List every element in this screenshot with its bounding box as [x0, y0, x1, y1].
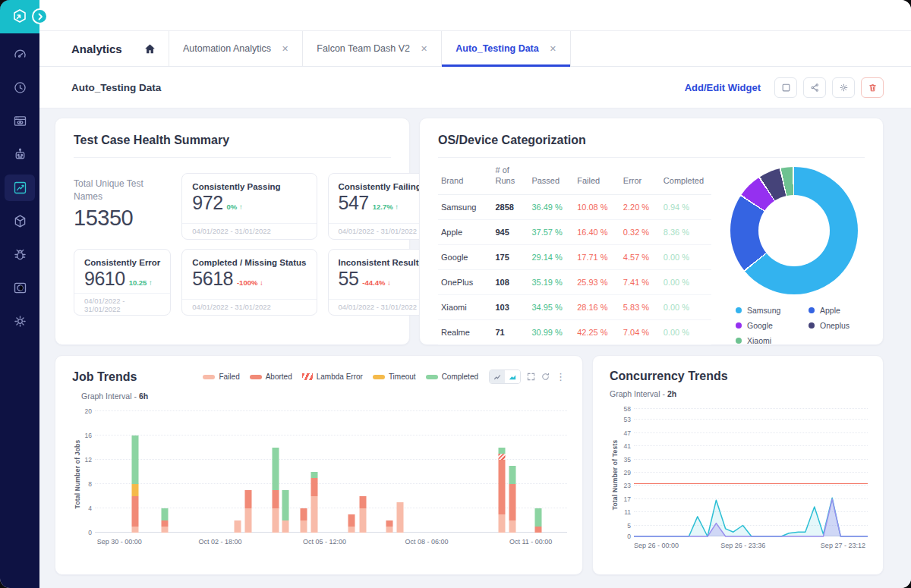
metric-card: Completed / Missing Status5618-100% ↓04/… [181, 249, 317, 316]
graph-interval: Graph Interval - 2h [610, 389, 866, 398]
bar-segment-failed [272, 508, 279, 533]
expand-button[interactable] [527, 373, 535, 381]
bar-segment-completed [311, 472, 318, 478]
tabbar-spacer [571, 31, 911, 66]
legend-item-failed[interactable]: Failed [203, 373, 239, 381]
close-icon[interactable]: ✕ [282, 44, 288, 54]
legend-dot [736, 322, 742, 329]
x-axis-labels: Sep 30 - 00:00Oct 02 - 18:00Oct 05 - 12:… [95, 536, 566, 549]
job-bar [509, 466, 516, 533]
divider [438, 157, 865, 158]
tab-label: Automation Analytics [183, 43, 271, 54]
chart-type-toggle [489, 369, 521, 384]
tab-falcon-team-dash[interactable]: Falcon Team Dash V2 ✕ [302, 31, 441, 66]
legend-item-samsung[interactable]: Samsung [736, 306, 809, 315]
bar-segment-completed [131, 435, 138, 484]
page-title: Analytics [71, 42, 122, 55]
bar-segment-aborted [300, 508, 307, 520]
kebab-menu-button[interactable]: ⋮ [556, 371, 566, 382]
tab-auto-testing-data[interactable]: Auto_Testing Data ✕ [441, 31, 571, 66]
lambdatest-logo-icon [11, 8, 29, 26]
gridline [95, 410, 567, 411]
bar-segment-completed [535, 508, 542, 527]
bar-segment-aborted [499, 460, 506, 514]
metric-delta: 0% ↑ [227, 203, 243, 211]
y-tick: 53 [611, 416, 631, 423]
add-edit-widget-link[interactable]: Add/Edit Widget [685, 82, 761, 93]
refresh-button[interactable] [541, 373, 550, 381]
sidebar-item-automation-robot[interactable] [5, 141, 35, 168]
job-bar [359, 496, 366, 533]
app-window: Analytics Automation Analytics ✕ Falcon … [0, 0, 911, 588]
bar-segment-failed [397, 502, 404, 533]
metric-delta: -100% ↓ [237, 278, 263, 287]
sidebar-item-bug-testing[interactable] [5, 241, 35, 268]
sidebar-item-history[interactable] [5, 74, 35, 101]
metric-label: Consistently Failing [329, 174, 433, 191]
layout-button[interactable] [774, 77, 797, 98]
legend-item-google[interactable]: Google [736, 321, 809, 330]
y-tick: 0 [74, 529, 92, 536]
job-bar [300, 508, 307, 533]
job-bar [311, 472, 318, 533]
refresh-icon [541, 373, 550, 381]
home-icon[interactable] [143, 42, 156, 55]
donut-legend: SamsungAppleGoogleOneplusXiaomi [723, 306, 865, 345]
y-tick: 47 [611, 429, 631, 437]
bar-segment-aborted [359, 496, 366, 508]
donut-column: SamsungAppleGoogleOneplusXiaomi [723, 159, 865, 345]
legend-item-apple[interactable]: Apple [809, 306, 865, 315]
legend-item-xiaomi[interactable]: Xiaomi [736, 336, 809, 345]
os-device-donut-chart [730, 167, 858, 294]
tab-automation-analytics[interactable]: Automation Analytics ✕ [169, 31, 302, 66]
legend-item-lambda[interactable]: Lambda Error [302, 373, 363, 381]
sidebar-item-packages[interactable] [5, 208, 35, 234]
legend-item-oneplus[interactable]: Oneplus [809, 321, 865, 330]
y-tick: 41 [611, 442, 631, 450]
bar-segment-failed [311, 496, 318, 533]
close-icon[interactable]: ✕ [421, 44, 427, 54]
browser-eye-icon [12, 113, 28, 129]
y-axis-label: Total Number of Jobs [74, 440, 81, 509]
metric-date-range: 04/01/2022 - 31/01/2022 [329, 299, 433, 315]
tab-bar: Analytics Automation Analytics ✕ Falcon … [39, 30, 911, 67]
x-tick: Oct 11 - 00:00 [509, 538, 552, 546]
bar-segment-failed [162, 527, 169, 533]
bar-segment-completed [162, 508, 169, 520]
table-header: Brand [438, 159, 493, 194]
line-chart-toggle[interactable] [490, 370, 505, 383]
gear-icon [839, 83, 849, 93]
sidebar-expand-button[interactable] [32, 8, 48, 24]
legend-swatch [426, 375, 438, 379]
bar-segment-aborted [311, 478, 318, 496]
x-tick: Sep 30 - 00:00 [97, 538, 142, 546]
y-tick: 0 [611, 533, 631, 540]
job-bar [131, 435, 138, 533]
widget-test-case-health-summary: Test Case Health Summary Total Unique Te… [55, 118, 410, 345]
bar-segment-timeout [131, 484, 138, 496]
sidebar-item-browser-testing[interactable] [5, 108, 35, 134]
metric-value: 55 [339, 268, 359, 290]
area-chart-toggle[interactable] [505, 370, 520, 383]
sidebar-item-analytics[interactable] [5, 175, 35, 201]
bar-segment-aborted [162, 520, 169, 527]
dashboard-title: Auto_Testing Data [71, 82, 161, 93]
legend-item-aborted[interactable]: Aborted [250, 373, 292, 381]
chart-tools: ⋮ [489, 369, 566, 384]
sidebar-item-split-view[interactable] [5, 275, 35, 301]
legend-item-completed[interactable]: Completed [426, 373, 478, 381]
bar-segment-lambda [499, 454, 506, 460]
settings-gear-icon [12, 313, 28, 329]
sidebar-item-settings[interactable] [5, 308, 35, 335]
tab-label: Falcon Team Dash V2 [317, 43, 410, 54]
delete-button[interactable] [861, 77, 884, 98]
x-tick: Sep 26 - 00:00 [634, 542, 679, 549]
legend-item-timeout[interactable]: Timeout [373, 373, 416, 381]
metric-card: Consistently Failing54712.7% ↑04/01/2022… [328, 173, 434, 240]
widget-title: OS/Device Categorization [438, 134, 865, 147]
sidebar-item-dashboard[interactable] [5, 41, 35, 68]
y-tick: 11 [611, 508, 631, 516]
share-button[interactable] [803, 77, 826, 98]
close-icon[interactable]: ✕ [550, 44, 556, 54]
settings-button[interactable] [832, 77, 855, 98]
